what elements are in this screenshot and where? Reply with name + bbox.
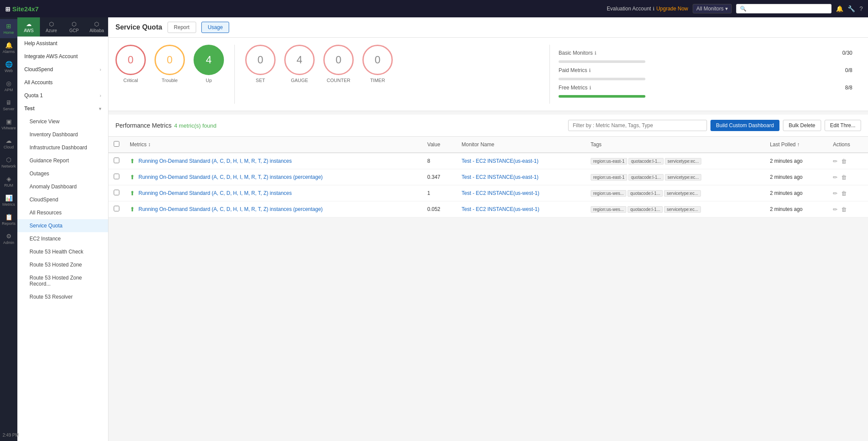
sidebar-menu: Help Assistant Integrate AWS Account Clo… (17, 37, 108, 441)
leftnav-server[interactable]: 🖥 Server (0, 95, 17, 115)
leftnav-home[interactable]: ⊞ Home (0, 19, 17, 38)
sidebar-item-help-assistant[interactable]: Help Assistant (17, 37, 108, 50)
select-all-checkbox[interactable] (114, 141, 119, 147)
metric-name-cell: ⬆ Running On-Demand Standard (A, C, D, H… (125, 201, 422, 217)
leftnav-metrics[interactable]: 📊 Metrics (0, 191, 17, 210)
metric-link[interactable]: Running On-Demand Standard (A, C, D, H, … (138, 206, 323, 212)
leftnav-cloud[interactable]: ☁ Cloud (0, 134, 17, 153)
leftnav-alarms[interactable]: 🔔 Alarms (0, 38, 17, 57)
free-metrics-info-icon[interactable]: ℹ (589, 85, 591, 91)
metric-link[interactable]: Running On-Demand Standard (A, C, D, H, … (138, 158, 292, 164)
page-title: Service Quota (115, 23, 162, 31)
status-up-icon: ⬆ (130, 174, 135, 181)
row-checkbox[interactable] (114, 158, 119, 163)
delete-icon[interactable]: 🗑 (841, 206, 847, 213)
bulk-delete-button[interactable]: Bulk Delete (783, 120, 821, 131)
metric-link[interactable]: Running On-Demand Standard (A, C, D, H, … (138, 174, 323, 180)
admin-icon: ⚙ (6, 233, 12, 240)
notification-icon[interactable]: 🔔 (836, 5, 843, 12)
delete-icon[interactable]: 🗑 (841, 190, 847, 197)
value-cell: 0.052 (422, 201, 457, 217)
sidebar-item-guidance-report[interactable]: Guidance Report (17, 154, 108, 167)
sidebar-item-all-accounts[interactable]: All Accounts (17, 76, 108, 89)
leftnav-reports[interactable]: 📋 Reports (0, 210, 17, 229)
status-card-timer: 0 TIMER (362, 45, 393, 104)
monitor-name-link[interactable]: Test - EC2 INSTANCE(us-west-1) (462, 190, 539, 196)
sidebar-item-route53-hosted-zone-record[interactable]: Route 53 Hosted Zone Record... (17, 271, 108, 290)
paid-metrics-info-icon[interactable]: ℹ (589, 68, 591, 73)
leftnav-apm[interactable]: ◎ APM (0, 76, 17, 95)
delete-icon[interactable]: 🗑 (841, 174, 847, 181)
edit-threshold-button[interactable]: Edit Thre... (825, 120, 861, 131)
build-dashboard-button[interactable]: Build Custom Dashboard (710, 120, 779, 131)
sidebar-item-quota1[interactable]: Quota 1 › (17, 89, 108, 102)
row-checkbox[interactable] (114, 174, 119, 179)
sidebar-item-test[interactable]: Test ▾ (17, 102, 108, 115)
report-tab-button[interactable]: Report (168, 22, 196, 33)
sidebar-item-route53-hosted-zone[interactable]: Route 53 Hosted Zone (17, 258, 108, 271)
row-checkbox-cell (108, 185, 125, 201)
sidebar-item-inventory-dashboard[interactable]: Inventory Dashboard (17, 128, 108, 141)
monitor-name-link[interactable]: Test - EC2 INSTANCE(us-west-1) (462, 206, 539, 212)
filter-input[interactable] (568, 120, 707, 131)
paid-metrics-row: Paid Metrics ℹ 0/8 (559, 67, 852, 73)
leftnav-network[interactable]: ⬡ Network (0, 153, 17, 172)
sidebar-item-route53-health[interactable]: Route 53 Health Check (17, 245, 108, 258)
leftnav-vmware[interactable]: ▣ VMware (0, 115, 17, 134)
row-checkbox[interactable] (114, 206, 119, 211)
up-circle: 4 (194, 45, 224, 75)
status-card-gauge: 4 GAUGE (284, 45, 315, 104)
gauge-circle: 4 (284, 45, 315, 75)
last-polled-cell: 2 minutes ago (765, 201, 828, 217)
last-polled-col-header: Last Polled ↑ (765, 137, 828, 153)
sidebar-item-all-resources[interactable]: All Resources (17, 206, 108, 219)
row-checkbox[interactable] (114, 190, 119, 195)
metric-link[interactable]: Running On-Demand Standard (A, C, D, H, … (138, 190, 292, 196)
leftnav-admin[interactable]: ⚙ Admin (0, 229, 17, 248)
sidebar-item-ec2-instance[interactable]: EC2 Instance (17, 232, 108, 245)
tag-badge: quotacode:l-1... (628, 206, 663, 213)
last-polled-cell: 2 minutes ago (765, 185, 828, 201)
perf-header: Performance Metrics 4 metric(s) found Bu… (108, 115, 868, 137)
global-search[interactable]: 🔍 (736, 4, 832, 13)
sidebar-tab-azure[interactable]: ⬡ Azure (40, 17, 62, 36)
sidebar-item-integrate-aws[interactable]: Integrate AWS Account (17, 50, 108, 63)
global-search-input[interactable] (748, 6, 828, 12)
monitor-name-link[interactable]: Test - EC2 INSTANCE(us-east-1) (462, 174, 539, 180)
sidebar-item-service-view[interactable]: Service View (17, 115, 108, 128)
sidebar-item-route53-resolver[interactable]: Route 53 Resolver (17, 290, 108, 303)
sidebar-item-cloudspend2[interactable]: CloudSpend (17, 193, 108, 206)
sidebar-tab-alibaba[interactable]: ⬡ Alibaba (85, 17, 108, 36)
sidebar-tab-aws[interactable]: ☁ AWS (17, 17, 40, 36)
delete-icon[interactable]: 🗑 (841, 158, 847, 165)
edit-icon[interactable]: ✏ (833, 206, 838, 213)
edit-icon[interactable]: ✏ (833, 190, 838, 197)
sidebar-item-anomaly-dashboard[interactable]: Anomaly Dashboard (17, 180, 108, 193)
sidebar-item-cloudspend[interactable]: CloudSpend › (17, 63, 108, 76)
leftnav-rum[interactable]: ◈ RUM (0, 172, 17, 191)
usage-tab-button[interactable]: Usage (201, 22, 230, 33)
edit-icon[interactable]: ✏ (833, 174, 838, 181)
sidebar-tab-gcp[interactable]: ⬡ GCP (63, 17, 85, 36)
leftnav-web[interactable]: 🌐 Web (0, 57, 17, 76)
help-icon[interactable]: ? (859, 5, 863, 12)
timer-circle: 0 (362, 45, 393, 75)
sidebar-item-outages[interactable]: Outages (17, 167, 108, 180)
last-polled-cell: 2 minutes ago (765, 169, 828, 185)
time-display: 2:49 PM (3, 433, 19, 438)
sidebar-item-infrastructure-dashboard[interactable]: Infrastructure Dashboard (17, 141, 108, 154)
row-checkbox-cell (108, 153, 125, 169)
perf-found-count: 4 metric(s) found (174, 122, 217, 129)
edit-icon[interactable]: ✏ (833, 158, 838, 165)
value-cell: 1 (422, 185, 457, 201)
settings-icon[interactable]: 🔧 (848, 5, 855, 12)
monitor-name-link[interactable]: Test - EC2 INSTANCE(us-east-1) (462, 158, 539, 164)
monitor-select-dropdown[interactable]: All Monitors ▾ (693, 4, 732, 13)
upgrade-now-link[interactable]: Upgrade Now (656, 6, 688, 12)
basic-monitors-info-icon[interactable]: ℹ (595, 50, 596, 56)
chevron-down-icon: ▾ (725, 6, 728, 12)
metrics-icon: 📊 (5, 194, 13, 201)
sidebar-item-service-quota[interactable]: Service Quota (17, 219, 108, 232)
eval-info-icon[interactable]: ℹ (653, 6, 654, 12)
basic-monitors-bar (559, 60, 645, 63)
